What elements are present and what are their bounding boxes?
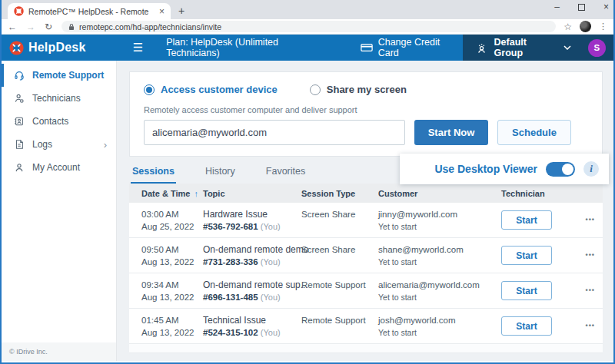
technician-icon bbox=[14, 93, 25, 104]
schedule-button[interactable]: Schedule bbox=[497, 120, 571, 145]
browser-tab-strip: RemotePC™ HelpDesk - Remote × + – × bbox=[2, 0, 613, 19]
window-restore-button[interactable] bbox=[578, 4, 585, 11]
header-right-section: Default Group S bbox=[463, 35, 613, 61]
window-minimize-button[interactable]: – bbox=[554, 2, 560, 12]
document-icon bbox=[14, 139, 25, 150]
new-tab-button[interactable]: + bbox=[178, 5, 184, 17]
start-session-button[interactable]: Start bbox=[501, 281, 552, 300]
person-icon bbox=[14, 162, 25, 173]
sidebar-item-technicians[interactable]: Technicians bbox=[2, 87, 116, 110]
table-end-strip bbox=[129, 344, 603, 353]
table-row: 09:50 AM Aug 13, 2022 On-demand remote d… bbox=[129, 238, 603, 273]
desktop-viewer-box: Use Desktop Viewer i bbox=[400, 154, 609, 184]
main-content: Access customer device Share my screen R… bbox=[117, 61, 613, 361]
url-text: remotepc.com/hd-app/technicians/invite bbox=[79, 22, 221, 31]
chevron-down-icon bbox=[563, 45, 571, 50]
window-close-button[interactable]: × bbox=[603, 2, 609, 12]
start-now-button[interactable]: Start Now bbox=[414, 120, 488, 145]
sidebar-item-contacts[interactable]: Contacts bbox=[2, 110, 116, 133]
browser-profile-avatar[interactable] bbox=[580, 21, 591, 32]
radio-share-my-screen[interactable]: Share my screen bbox=[310, 84, 407, 95]
session-date: Aug 13, 2022 bbox=[141, 291, 203, 304]
desktop-viewer-label: Use Desktop Viewer bbox=[434, 163, 537, 175]
session-time: 09:50 AM bbox=[141, 243, 203, 256]
row-actions-menu-icon[interactable]: ••• bbox=[586, 251, 595, 268]
sidebar-label: My Account bbox=[32, 162, 80, 173]
tab-close-icon[interactable]: × bbox=[159, 6, 165, 17]
helpdesk-logo[interactable]: HelpDesk bbox=[2, 41, 116, 55]
sidebar-label: Remote Support bbox=[32, 70, 104, 81]
radio-unselected-icon[interactable] bbox=[310, 84, 321, 95]
table-row: 01:45 AM Aug 13, 2022 Technical Issue #5… bbox=[129, 309, 603, 344]
info-icon[interactable]: i bbox=[583, 161, 599, 177]
change-credit-card-button[interactable]: Change Credit Card bbox=[361, 37, 463, 58]
tab-sessions[interactable]: Sessions bbox=[131, 164, 176, 184]
session-status: Yet to start bbox=[378, 256, 501, 269]
start-session-button[interactable]: Start bbox=[501, 246, 552, 265]
back-icon[interactable]: ← bbox=[8, 22, 17, 32]
col-date-time[interactable]: Date & Time bbox=[141, 189, 190, 198]
group-icon bbox=[475, 42, 488, 54]
radio-selected-icon[interactable] bbox=[144, 84, 155, 95]
mode-description: Remotely access customer computer and de… bbox=[144, 105, 588, 114]
customer-email: jinny@myworld.com bbox=[378, 208, 501, 220]
sidebar-label: Logs bbox=[32, 139, 52, 150]
row-actions-menu-icon[interactable]: ••• bbox=[586, 216, 595, 233]
session-time: 03:00 AM bbox=[141, 208, 203, 220]
table-row: 09:34 AM Aug 13, 2022 On-demand remote s… bbox=[129, 273, 603, 309]
forward-icon[interactable]: → bbox=[26, 22, 35, 32]
chevron-right-icon: › bbox=[104, 139, 107, 151]
row-actions-menu-icon[interactable]: ••• bbox=[586, 286, 595, 303]
session-date: Aug 13, 2022 bbox=[141, 326, 203, 339]
lifebuoy-logo-icon bbox=[9, 41, 24, 55]
session-id: #536-792-681 bbox=[203, 222, 258, 231]
session-date: Aug 25, 2022 bbox=[141, 220, 203, 233]
row-actions-menu-icon[interactable]: ••• bbox=[586, 322, 595, 339]
session-status: Yet to start bbox=[378, 220, 501, 233]
window-controls: – × bbox=[554, 2, 609, 12]
session-id: #524-315-102 bbox=[203, 328, 258, 337]
session-type: Remote Support bbox=[301, 279, 378, 291]
desktop-viewer-toggle[interactable] bbox=[546, 162, 575, 177]
credit-card-icon bbox=[361, 43, 373, 52]
session-type: Screen Share bbox=[301, 208, 378, 220]
start-session-button[interactable]: Start bbox=[501, 316, 552, 336]
user-avatar[interactable]: S bbox=[588, 39, 606, 57]
session-topic: On-demand remote sup... bbox=[203, 279, 301, 291]
url-bar[interactable]: remotepc.com/hd-app/technicians/invite bbox=[62, 21, 556, 32]
session-launch-card: Access customer device Share my screen R… bbox=[129, 71, 603, 157]
sidebar-item-logs[interactable]: Logs › bbox=[2, 133, 116, 156]
start-session-button[interactable]: Start bbox=[501, 210, 552, 230]
toggle-knob bbox=[562, 164, 573, 175]
tab-favorites[interactable]: Favorites bbox=[264, 164, 307, 184]
customer-email-input[interactable] bbox=[144, 120, 405, 145]
session-mode-options: Access customer device Share my screen bbox=[144, 84, 588, 95]
group-selector[interactable]: Default Group bbox=[463, 37, 580, 58]
bookmark-star-icon[interactable]: ☆ bbox=[563, 22, 572, 32]
sidebar-item-remote-support[interactable]: Remote Support bbox=[2, 64, 116, 87]
tab-title: RemotePC™ HelpDesk - Remote bbox=[28, 7, 155, 16]
plan-label: Plan: HelpDesk (Unlimited Technicians) bbox=[166, 37, 333, 58]
col-session-type: Session Type bbox=[301, 189, 378, 198]
refresh-icon[interactable]: ↻ bbox=[45, 22, 52, 32]
browser-menu-icon[interactable]: ⋮ bbox=[599, 22, 607, 31]
session-owner: (You) bbox=[261, 328, 281, 337]
session-topic: Technical Issue bbox=[203, 314, 301, 326]
radio-label: Access customer device bbox=[161, 84, 278, 95]
app-header: HelpDesk ☰ Plan: HelpDesk (Unlimited Tec… bbox=[2, 35, 613, 61]
sidebar-item-my-account[interactable]: My Account bbox=[2, 156, 116, 179]
navbar-right: ☆ ⋮ bbox=[563, 21, 607, 32]
group-name: Default Group bbox=[494, 37, 557, 58]
radio-access-customer-device[interactable]: Access customer device bbox=[144, 84, 278, 95]
browser-navbar: ← → ↻ remotepc.com/hd-app/technicians/in… bbox=[2, 19, 613, 35]
hamburger-menu-icon[interactable]: ☰ bbox=[133, 41, 143, 55]
brand-name: HelpDesk bbox=[28, 41, 86, 55]
customer-email: josh@myworld.com bbox=[378, 314, 501, 326]
start-session-row: Start Now Schedule bbox=[144, 120, 588, 145]
customer-email: alicemaria@myworld.com bbox=[378, 279, 501, 291]
browser-tab[interactable]: RemotePC™ HelpDesk - Remote × bbox=[8, 3, 171, 19]
session-type: Screen Share bbox=[301, 243, 378, 256]
sort-ascending-icon[interactable]: ↑ bbox=[194, 189, 198, 198]
session-topic: Hardware Issue bbox=[203, 208, 301, 220]
tab-history[interactable]: History bbox=[204, 164, 237, 184]
